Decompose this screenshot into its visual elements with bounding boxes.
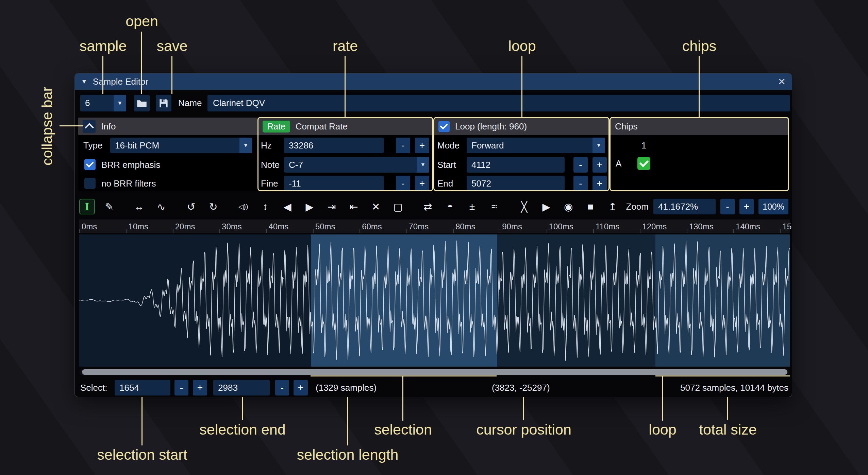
sample-toolbar: I✎↔∿↺↻◁))↕◀▶⇥⇤✕▢⇄◓±≈╳▶◉■↥ Zoom 41.1672% … <box>75 198 792 215</box>
trim-button[interactable]: ▢ <box>390 199 406 214</box>
amplify-button[interactable]: ◁)) <box>235 199 251 214</box>
chevron-down-icon: ▼ <box>592 138 605 153</box>
loop-end-plus-button[interactable]: + <box>592 176 607 191</box>
zoom-minus-button[interactable]: - <box>720 199 735 214</box>
invert-button[interactable]: ◓ <box>442 199 458 214</box>
loop-start-minus-button[interactable]: - <box>573 157 588 173</box>
chips-panel: Chips 1 A <box>611 118 789 191</box>
preview-button[interactable]: ▶ <box>538 199 554 214</box>
stop-button[interactable]: ■ <box>583 199 598 214</box>
sample-number-select[interactable]: 6 ▼ <box>80 95 126 111</box>
loop-end-minus-button[interactable]: - <box>573 176 588 191</box>
undo-button[interactable]: ↺ <box>183 199 199 214</box>
filter-button[interactable]: ≈ <box>486 199 502 214</box>
open-sample-button[interactable] <box>134 95 150 111</box>
normalize-button[interactable]: ↕ <box>257 199 273 214</box>
hz-plus-button[interactable]: + <box>415 138 429 153</box>
loop-start-plus-button[interactable]: + <box>592 157 607 173</box>
save-sample-button[interactable] <box>156 95 171 111</box>
insert-silence-button[interactable]: ⇥ <box>324 199 339 214</box>
ruler-label: 100ms <box>549 222 573 231</box>
fine-plus-button[interactable]: + <box>415 176 429 191</box>
fine-input[interactable]: -11 <box>284 176 384 191</box>
resize-button[interactable]: ↔ <box>131 199 147 214</box>
annotation-open-line <box>141 32 142 94</box>
selection-start-input[interactable]: 1654 <box>115 380 170 395</box>
chip-enable-checkbox[interactable] <box>637 157 650 170</box>
rate-badge[interactable]: Rate <box>263 121 290 133</box>
brr-emphasis-checkbox[interactable] <box>84 159 96 170</box>
loop-mode-dropdown[interactable]: Forward ▼ <box>467 138 605 153</box>
chip-row-label: A <box>616 156 621 171</box>
title-bar: ▼ Sample Editor ✕ <box>75 73 792 90</box>
brr-emphasis-label: BRR emphasis <box>101 157 160 173</box>
annotation-loop-line <box>521 56 522 117</box>
scrollbar-thumb[interactable] <box>82 369 787 375</box>
selection-start-minus-button[interactable]: - <box>174 380 188 395</box>
toolbar-buttons: I✎↔∿↺↻◁))↕◀▶⇥⇤✕▢⇄◓±≈╳▶◉■↥ <box>79 199 627 214</box>
annotation-loop-region-line <box>662 375 663 421</box>
select-label: Select: <box>80 380 107 395</box>
annotation-collapse-bar-line <box>60 125 83 126</box>
chevron-up-icon <box>85 123 94 132</box>
info-header-label: Info <box>101 121 116 132</box>
window-title: Sample Editor <box>93 76 148 87</box>
zoom-plus-button[interactable]: + <box>739 199 754 214</box>
annotation-selection-start-line <box>141 397 143 445</box>
preview-loop-button[interactable]: ◉ <box>561 199 576 214</box>
sample-name-input[interactable]: Clarinet DQV <box>207 95 790 111</box>
type-label: Type <box>83 138 102 153</box>
resample-button[interactable]: ∿ <box>153 199 169 214</box>
selection-end-plus-button[interactable]: + <box>294 380 308 395</box>
zoom-input[interactable]: 41.1672% <box>653 199 716 214</box>
loop-end-input[interactable]: 5072 <box>467 176 565 191</box>
reverse-button[interactable]: ⇄ <box>420 199 436 214</box>
rate-panel-header: Rate Compat Rate <box>258 118 433 135</box>
selection-end-minus-button[interactable]: - <box>275 380 289 395</box>
window-collapse-icon[interactable]: ▼ <box>81 78 87 85</box>
edit-mode-draw-button[interactable]: ✎ <box>101 199 117 214</box>
edit-mode-select-button[interactable]: I <box>79 199 95 214</box>
annotation-selection-bracket <box>311 375 497 376</box>
annotation-sample-label: sample <box>80 38 127 54</box>
annotation-total-size-line <box>727 397 728 420</box>
waveform-scrollbar[interactable] <box>79 369 790 375</box>
chevron-down-icon[interactable]: ▼ <box>114 95 126 111</box>
redo-button[interactable]: ↻ <box>205 199 221 214</box>
annotation-selection-length-label: selection length <box>297 446 399 463</box>
selection-end-input[interactable]: 2983 <box>213 380 270 395</box>
name-label: Name <box>178 95 202 111</box>
waveform-display[interactable] <box>79 234 790 367</box>
annotation-loop-region-label: loop <box>649 421 676 438</box>
sign-invert-button[interactable]: ± <box>464 199 480 214</box>
ruler-tick <box>453 229 454 233</box>
selection-start-plus-button[interactable]: + <box>193 380 207 395</box>
ruler-tick <box>780 229 781 233</box>
fine-minus-button[interactable]: - <box>396 176 410 191</box>
note-dropdown[interactable]: C-7 ▼ <box>284 157 429 173</box>
annotation-chips-label: chips <box>682 38 716 54</box>
crossfade-loop-button[interactable]: ╳ <box>516 199 532 214</box>
apply-silence-button[interactable]: ⇤ <box>346 199 362 214</box>
fade-out-button[interactable]: ▶ <box>302 199 317 214</box>
type-dropdown[interactable]: 16-bit PCM ▼ <box>110 138 252 153</box>
chip-column-label: 1 <box>637 138 650 153</box>
ruler-tick <box>593 229 594 233</box>
collapse-bar-button[interactable] <box>83 120 96 133</box>
loop-enable-checkbox[interactable] <box>438 121 450 132</box>
no-brr-filters-checkbox[interactable] <box>84 178 96 189</box>
ruler-label: 0ms <box>82 222 97 231</box>
sample-number-value: 6 <box>80 98 114 108</box>
annotation-selection-end-line <box>242 397 243 420</box>
zoom-reset-button[interactable]: 100% <box>758 199 788 214</box>
loop-start-input[interactable]: 4112 <box>467 157 565 173</box>
hz-input[interactable]: 33286 <box>284 138 384 153</box>
chips-panel-header: Chips <box>611 118 789 135</box>
loop-header-label: Loop (length: 960) <box>455 121 527 132</box>
annotation-save-line <box>171 56 172 94</box>
fade-in-button[interactable]: ◀ <box>280 199 295 214</box>
delete-button[interactable]: ✕ <box>368 199 384 214</box>
hz-minus-button[interactable]: - <box>396 138 410 153</box>
import-button[interactable]: ↥ <box>605 199 620 214</box>
close-icon[interactable]: ✕ <box>778 76 786 87</box>
